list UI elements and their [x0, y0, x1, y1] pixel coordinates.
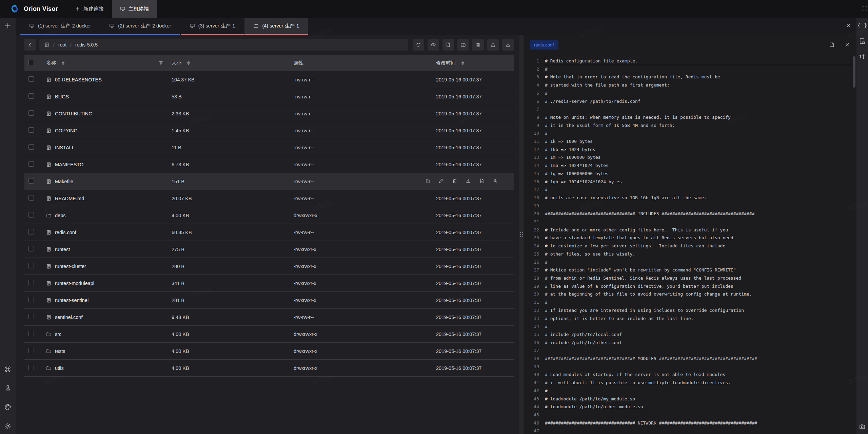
table-row[interactable]: src 4.00 KB drwxrwxr-x 2019-05-16 00:07:… [24, 326, 514, 343]
code-line[interactable]: 15 # 1g => 1000000000 bytes [524, 170, 856, 178]
editor-scrollbar-thumb[interactable] [853, 56, 855, 88]
table-row[interactable]: sentinel.conf 9.48 KB -rw-rw-r-- 2019-05… [24, 309, 514, 326]
table-row[interactable]: README.md 20.07 KB -rw-rw-r-- 2019-05-16… [24, 190, 514, 207]
row-checkbox[interactable] [28, 110, 34, 116]
code-line[interactable]: 42 # [524, 387, 856, 395]
code-line[interactable]: 13 # 1m => 1000000 bytes [524, 153, 856, 162]
file-name[interactable]: BUGS [55, 94, 69, 99]
stamp-button[interactable] [4, 384, 12, 392]
fullscreen-button[interactable] [862, 0, 868, 18]
table-row[interactable]: runtest-cluster 280 B -rwxrwxr-x 2019-05… [24, 258, 514, 275]
new-file-button[interactable] [442, 39, 454, 51]
code-line[interactable]: 39 [524, 363, 856, 371]
table-row[interactable]: runtest-sentinel 281 B -rwxrwxr-x 2019-0… [24, 292, 514, 309]
table-row[interactable]: runtest-moduleapi 341 B -rwxrwxr-x 2019-… [24, 275, 514, 292]
file-bookmark-button[interactable] [859, 38, 866, 44]
code-line[interactable]: 46 ################################## NE… [524, 419, 856, 427]
table-row[interactable]: redis.conf 60.35 KB -rw-rw-r-- 2019-05-1… [24, 224, 514, 241]
permission-icon[interactable] [493, 178, 498, 184]
braces-button[interactable]: { } [857, 22, 867, 29]
code-line[interactable]: 6 # ./redis-server /path/to/redis.conf [524, 97, 856, 106]
panel-resize-handle[interactable] [519, 35, 524, 434]
file-name[interactable]: MANIFESTO [55, 162, 83, 167]
shortcut-keys-button[interactable] [4, 365, 12, 373]
file-name[interactable]: utils [55, 365, 64, 371]
terminal-tab[interactable]: (4) server-生产-1 [244, 18, 308, 35]
filter-icon[interactable] [159, 61, 163, 65]
code-line[interactable]: 10 # [524, 129, 856, 137]
row-checkbox[interactable] [28, 297, 34, 302]
code-line[interactable]: 43 # loadmodule /path/to/my_module.so [524, 395, 856, 403]
row-checkbox[interactable] [28, 348, 34, 353]
row-checkbox[interactable] [28, 280, 34, 285]
code-line[interactable]: 40 # Load modules at startup. If the ser… [524, 371, 856, 379]
file-name[interactable]: deps [55, 213, 65, 218]
file-name[interactable]: COPYING [55, 128, 78, 133]
theme-button[interactable] [4, 403, 12, 411]
terminal-tab[interactable]: (2) server-生产-2 docker [100, 18, 180, 35]
code-line[interactable]: 32 # If instead you are interested in us… [524, 306, 856, 315]
code-line[interactable]: 3 # Note that in order to read the confi… [524, 73, 856, 81]
sort-icon[interactable] [187, 61, 190, 65]
code-line[interactable]: 29 # line as value of a configuration di… [524, 282, 856, 290]
code-line[interactable]: 34 # [524, 322, 856, 331]
app-logo[interactable]: Orion Visor [0, 0, 67, 18]
code-line[interactable]: 47 [524, 427, 856, 434]
table-row[interactable]: Makefile 151 B -rw-rw-r-- [24, 173, 514, 190]
code-line[interactable]: 35 # include /path/to/local.conf [524, 331, 856, 339]
code-line[interactable]: 38 ################################## MO… [524, 355, 856, 363]
row-checkbox[interactable] [28, 76, 34, 82]
code-line[interactable]: 9 # it in the usual form of 1k 5GB 4M an… [524, 121, 856, 130]
code-line[interactable]: 4 # started with the file path as first … [524, 81, 856, 89]
code-line[interactable]: 30 # at the beginning of this file to av… [524, 290, 856, 298]
code-line[interactable]: 18 # units are case insensitive so 1GB 1… [524, 194, 856, 202]
sort-icon[interactable] [461, 61, 464, 65]
table-row[interactable]: INSTALL 11 B -rw-rw-r-- 2019-05-16 00:07… [24, 139, 514, 156]
refresh-button[interactable] [413, 39, 424, 51]
column-header-mtime[interactable]: 修改时间 [436, 60, 456, 66]
table-row[interactable]: CONTRIBUTING 2.33 KB -rw-rw-r-- 2019-05-… [24, 105, 514, 122]
code-line[interactable]: 24 # to customize a few per-server setti… [524, 242, 856, 250]
menu-host-terminal[interactable]: 主机终端 [112, 0, 157, 18]
column-header-name[interactable]: 名称 [46, 60, 56, 66]
edit-icon[interactable] [438, 178, 444, 184]
code-line[interactable]: 17 # [524, 186, 856, 194]
goto-line-button[interactable]: 1 [859, 54, 866, 60]
code-line[interactable]: 22 # Include one or more other config fi… [524, 226, 856, 234]
row-checkbox[interactable] [28, 212, 34, 218]
row-checkbox[interactable] [28, 178, 34, 184]
table-row[interactable]: tests 4.00 KB drwxrwxr-x 2019-05-16 00:0… [24, 343, 514, 360]
file-name[interactable]: tests [55, 348, 65, 354]
code-line[interactable]: 8 # Note on units: when memory size is n… [524, 113, 856, 121]
new-folder-button[interactable] [457, 39, 469, 51]
code-line[interactable]: 5 # [524, 89, 856, 97]
code-line[interactable]: 37 [524, 346, 856, 355]
download-button[interactable] [502, 39, 514, 51]
breadcrumb[interactable]: / root / redis-5.0.5 [39, 39, 408, 51]
row-checkbox[interactable] [28, 246, 34, 251]
delete-icon[interactable] [452, 178, 457, 184]
code-line[interactable]: 41 # it will abort. It is possible to us… [524, 379, 856, 387]
code-line[interactable]: 14 # 1mb => 1024*1024 bytes [524, 162, 856, 170]
row-checkbox[interactable] [28, 365, 34, 370]
close-editor-button[interactable] [844, 42, 850, 48]
file-name[interactable]: runtest-moduleapi [55, 281, 94, 286]
row-checkbox[interactable] [28, 144, 34, 150]
code-editor[interactable]: 1 # Redis configuration file example. 2 … [524, 55, 856, 434]
table-row[interactable]: COPYING 1.45 KB -rw-rw-r-- 2019-05-16 00… [24, 122, 514, 139]
code-line[interactable]: 25 # other files, so use this wisely. [524, 250, 856, 258]
close-all-tabs-button[interactable] [846, 22, 852, 29]
code-line[interactable]: 21 [524, 218, 856, 226]
terminal-tab[interactable]: (3) server-生产-1 [181, 18, 244, 35]
code-line[interactable]: 44 # loadmodule /path/to/other_module.so [524, 403, 856, 411]
file-name[interactable]: src [55, 332, 61, 337]
new-tab-button[interactable] [4, 22, 12, 30]
editor-file-tab[interactable]: redis.conf [530, 40, 558, 50]
copy-path-icon[interactable] [425, 178, 430, 184]
code-line[interactable]: 19 [524, 202, 856, 210]
code-line[interactable]: 1 # Redis configuration file example. [524, 57, 856, 65]
row-checkbox[interactable] [28, 127, 34, 133]
code-line[interactable]: 2 # [524, 65, 856, 73]
file-name[interactable]: runtest-sentinel [55, 298, 88, 303]
code-line[interactable]: 16 # 1gb => 1024*1024*1024 bytes [524, 178, 856, 186]
